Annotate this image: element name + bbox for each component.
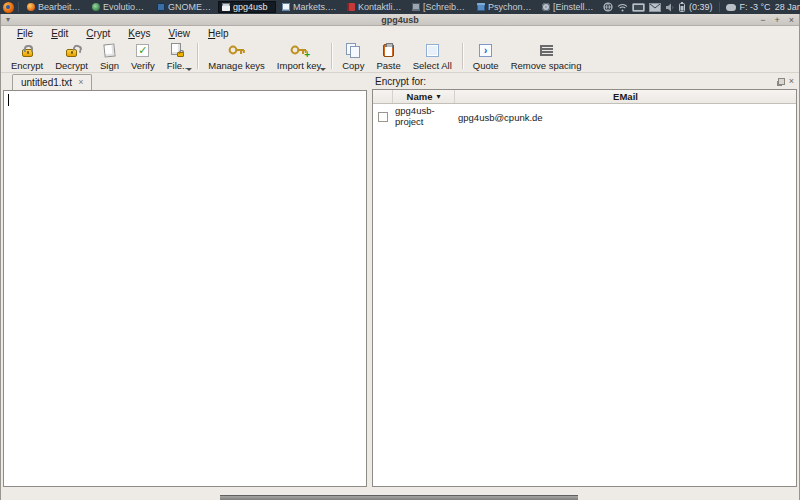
display-icon[interactable] [632,3,645,12]
dock-float-icon[interactable] [778,78,785,85]
window-title: gpg4usb [1,15,799,25]
menu-file[interactable]: File [8,27,42,40]
system-tray: (0:39) F: -3 °C 28 Jan, 09:03 [603,2,800,12]
recipient-email: gpg4usb@cpunk.de [455,112,796,123]
column-header-email[interactable]: EMail [455,90,796,103]
document-icon [282,3,290,11]
web-icon[interactable] [603,2,613,12]
checkmark-icon: ✓ [136,44,149,57]
paste-button[interactable]: Paste [370,40,406,72]
menu-edit[interactable]: Edit [42,27,77,40]
tab-untitled1[interactable]: untitled1.txt × [12,74,92,90]
quote-button[interactable]: › Quote [467,40,505,72]
lock-closed-icon [22,49,33,57]
quote-chevron-icon: › [479,44,492,57]
encrypt-for-dock: Encrypt for: × Name ▾ EMail [372,73,797,487]
manage-keys-button[interactable]: Manage keys [202,40,271,72]
settings-icon [542,3,550,11]
desktop-icon [412,3,420,11]
dock-title: Encrypt for: [375,76,426,87]
toolbar-separator [331,43,332,69]
menu-crypt[interactable]: Crypt [77,27,119,40]
table-header: Name ▾ EMail [373,90,796,104]
window-titlebar[interactable]: ▾ gpg4usb − + × [1,14,799,26]
wifi-icon[interactable] [617,3,628,12]
text-cursor [8,94,9,106]
toolbar: Encrypt Decrypt Sign ✓ Verify File.. Man… [1,40,799,73]
taskbar-window-kontaktliste[interactable]: Kontaktliste [343,1,406,13]
firefox-icon [27,3,35,11]
weather-cloud-icon [726,4,736,11]
tab-title: untitled1.txt [21,77,72,88]
decrypt-button[interactable]: Decrypt [49,40,94,72]
weather-temperature: F: -3 °C [740,2,771,12]
folder-icon [477,3,485,11]
clock[interactable]: 28 Jan, 09:03 [775,2,800,12]
menubar: File Edit Crypt Keys View Help [1,26,799,40]
minimize-button[interactable]: − [760,15,765,25]
encrypt-button[interactable]: Encrypt [5,40,49,72]
key-icon [228,42,246,58]
copy-button[interactable]: Copy [336,40,370,72]
mail-icon[interactable] [649,3,661,12]
file-crypt-button[interactable]: File.. [161,40,194,72]
tab-bar: untitled1.txt × [3,73,367,90]
maximize-button[interactable]: + [774,15,779,25]
app-launcher-icon[interactable] [3,2,14,13]
sign-document-icon [103,43,115,57]
taskbar-window-markets[interactable]: Markets.odt... [278,1,341,13]
sign-button[interactable]: Sign [94,40,125,72]
screen-icon [157,3,165,11]
dock-close-icon[interactable]: × [789,77,794,85]
toolbar-separator [197,43,198,69]
recipient-checkbox[interactable] [378,112,388,122]
taskbar-window-bearbeiten[interactable]: Bearbeiten v... [23,1,86,13]
address-book-icon [347,3,355,11]
close-button[interactable]: × [789,15,794,25]
globe-icon [92,3,100,11]
table-row[interactable]: gpg4usb-project gpg4usb@cpunk.de [373,104,796,128]
lock-open-icon [66,49,77,57]
menu-keys[interactable]: Keys [119,27,159,40]
key-plus-icon: + [290,42,308,58]
taskbar-window-gnome[interactable]: GNOME Co... [153,1,216,13]
main-area: untitled1.txt × Encrypt for: × [1,73,799,487]
menu-help[interactable]: Help [199,27,238,40]
clipboard-icon [383,44,394,57]
copy-pages-icon [346,43,360,57]
battery-time-remaining: (0:39) [689,2,713,12]
tray-separator [719,2,720,12]
sort-indicator-icon: ▾ [436,93,440,101]
hidden-bottom-panel[interactable] [220,495,578,500]
taskbar-window-gpg4usb[interactable]: gpg4usb [218,1,276,13]
taskbar-window-evolution[interactable]: Evolution Co... [88,1,151,13]
window-controls: − + × [760,15,794,25]
recipient-table: Name ▾ EMail gpg4usb-project gpg4usb@cpu… [372,89,797,487]
battery-icon[interactable] [679,2,685,12]
recipient-name: gpg4usb-project [393,106,455,128]
gpg4usb-window: ▾ gpg4usb − + × File Edit Crypt Keys Vie… [0,14,800,500]
taskbar-window-einstellungen[interactable]: [Einstellunge... [538,1,601,13]
menu-view[interactable]: View [160,27,200,40]
column-header-checkbox[interactable] [373,90,393,103]
column-header-name[interactable]: Name ▾ [393,90,455,103]
taskbar-window-schreibtisch[interactable]: [Schreibtisch... [408,1,471,13]
remove-spacing-button[interactable]: Remove spacing [505,40,588,72]
table-body: gpg4usb-project gpg4usb@cpunk.de [373,104,796,486]
selection-box-icon [426,44,439,57]
select-all-button[interactable]: Select All [407,40,458,72]
verify-button[interactable]: ✓ Verify [125,40,161,72]
tab-close-icon[interactable]: × [78,78,83,87]
volume-icon[interactable] [665,3,675,12]
taskbar-separator [18,2,19,12]
editor-pane: untitled1.txt × [3,73,367,487]
import-key-button[interactable]: + Import key [271,40,327,72]
window-icon [222,3,230,11]
dropdown-arrow-icon [186,68,192,71]
dropdown-arrow-icon [320,68,326,71]
taskbar-window-psychonaut[interactable]: Psychonaut... [473,1,536,13]
toolbar-separator [462,43,463,69]
desktop-taskbar: Bearbeiten v... Evolution Co... GNOME Co… [0,0,800,14]
text-editor[interactable] [3,90,367,487]
lines-icon [540,45,553,56]
